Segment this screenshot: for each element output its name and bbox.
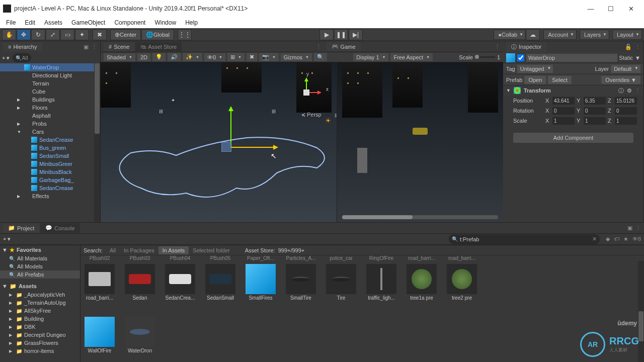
asset-item[interactable]: WaterDron bbox=[124, 317, 156, 353]
scl-y-field[interactable]: 1 bbox=[584, 117, 606, 125]
hierarchy-item[interactable]: SedanCrease› bbox=[0, 184, 100, 192]
grid-dropdown[interactable]: ⊞ bbox=[227, 53, 245, 61]
popout-icon[interactable]: ▣ bbox=[627, 225, 632, 231]
assets-header[interactable]: ▼📁Assets bbox=[0, 282, 80, 291]
expand-icon[interactable]: ▶ bbox=[9, 317, 14, 321]
layout-dropdown[interactable]: Layout bbox=[612, 30, 642, 40]
game-scrollbar[interactable] bbox=[342, 215, 498, 219]
menu-gameobject[interactable]: GameObject bbox=[67, 18, 109, 27]
expand-icon[interactable]: ▶ bbox=[9, 349, 14, 353]
layers-dropdown[interactable]: Layers bbox=[580, 30, 609, 40]
expand-icon[interactable]: ▶ bbox=[9, 309, 14, 313]
expand-icon[interactable]: ▶ bbox=[9, 341, 14, 345]
pos-x-field[interactable]: 43.641 bbox=[552, 97, 575, 105]
persp-label[interactable]: ≼ Persp bbox=[301, 112, 321, 118]
hierarchy-item[interactable]: MinibusGreer› bbox=[0, 160, 100, 168]
favorite-item[interactable]: 🔍All Models bbox=[0, 262, 80, 270]
pos-z-field[interactable]: 15.0126 bbox=[615, 97, 637, 105]
move-plane-handle[interactable] bbox=[221, 142, 231, 152]
scrollbar-thumb[interactable] bbox=[95, 63, 100, 134]
asset-item[interactable]: SmallFires bbox=[245, 264, 277, 301]
close-button[interactable]: ✕ bbox=[621, 3, 641, 15]
hierarchy-item[interactable]: WaterDrop bbox=[0, 63, 100, 71]
asset-item[interactable]: WallOfFire bbox=[84, 317, 116, 353]
hierarchy-item[interactable]: ▶Floors bbox=[0, 104, 100, 112]
menu-assets[interactable]: Assets bbox=[40, 18, 66, 27]
filter-button[interactable]: In Assets bbox=[158, 246, 189, 254]
move-x-handle[interactable] bbox=[231, 147, 277, 148]
prefab-open-button[interactable]: Open bbox=[524, 76, 546, 84]
hierarchy-item[interactable]: ▶Probs bbox=[0, 120, 100, 128]
hierarchy-item[interactable]: ▶Buildings bbox=[0, 96, 100, 104]
hierarchy-item[interactable]: ▼Cars bbox=[0, 128, 100, 136]
hand-tool-button[interactable]: ✋ bbox=[2, 29, 16, 40]
create-button[interactable]: + ▾ bbox=[3, 236, 11, 242]
favorites-header[interactable]: ▼★Favorites bbox=[0, 245, 80, 254]
folder-item[interactable]: ▶📁Building bbox=[0, 315, 80, 323]
hierarchy-item[interactable]: Terrain bbox=[0, 79, 100, 87]
scl-x-field[interactable]: 1 bbox=[552, 117, 575, 125]
expand-icon[interactable]: ▶ bbox=[17, 122, 22, 126]
grid-scrollbar[interactable] bbox=[638, 261, 644, 362]
help-icon[interactable]: ⓘ bbox=[618, 87, 624, 95]
favorite-item[interactable]: 🔍All Materials bbox=[0, 254, 80, 262]
hierarchy-item[interactable]: Bus_green› bbox=[0, 144, 100, 152]
transform-tool-button[interactable]: ✦ bbox=[75, 29, 89, 40]
hierarchy-item[interactable]: Asphalt bbox=[0, 112, 100, 120]
rot-y-field[interactable]: 0 bbox=[584, 107, 606, 115]
expand-icon[interactable]: ▶ bbox=[9, 333, 14, 337]
account-dropdown[interactable]: Account bbox=[543, 30, 577, 40]
snap-button[interactable]: ⋮⋮ bbox=[178, 29, 192, 40]
asset-store-count[interactable]: 999+/999+ bbox=[278, 247, 305, 253]
hierarchy-item[interactable]: SedanSmall bbox=[0, 152, 100, 160]
object-name-field[interactable]: WaterDrop bbox=[526, 54, 617, 62]
filter-button[interactable]: All bbox=[106, 246, 120, 254]
shading-dropdown[interactable]: Shaded bbox=[104, 53, 135, 61]
hierarchy-item[interactable]: Directional Light bbox=[0, 71, 100, 79]
aspect-dropdown[interactable]: Free Aspect bbox=[390, 53, 433, 61]
scene-view[interactable]: y x ≼ Persp ☀ ⊞ ✦ ⊞ ⊞ ↖ bbox=[101, 62, 337, 222]
filter-by-type-icon[interactable]: ◆ bbox=[606, 236, 610, 242]
hierarchy-search[interactable]: 🔍 All bbox=[13, 53, 31, 62]
fx-dropdown[interactable]: ✨ bbox=[183, 53, 202, 61]
maximize-button[interactable]: ☐ bbox=[601, 3, 621, 15]
popout-icon[interactable]: ▣ bbox=[84, 44, 89, 50]
pause-button[interactable]: ❚❚ bbox=[334, 29, 348, 40]
hierarchy-item[interactable]: GarbageBag_› bbox=[0, 176, 100, 184]
asset-item[interactable]: SedanSmall bbox=[204, 264, 236, 301]
folder-item[interactable]: ▶📁DBK bbox=[0, 323, 80, 331]
audio-toggle[interactable]: 🔊 bbox=[168, 53, 181, 61]
camera-dropdown[interactable]: 📷 bbox=[259, 53, 279, 61]
kebab-icon[interactable]: ⋮ bbox=[635, 225, 641, 231]
expand-icon[interactable]: ▶ bbox=[17, 98, 22, 102]
console-tab[interactable]: 💬 Console bbox=[40, 223, 79, 233]
expand-icon[interactable]: ▶ bbox=[17, 194, 22, 199]
folder-item[interactable]: ▶📁_TerrainAutoUpg bbox=[0, 299, 80, 307]
display-dropdown[interactable]: Display 1 bbox=[353, 53, 388, 61]
collab-dropdown[interactable]: ● Collab bbox=[494, 30, 526, 40]
scale-slider[interactable] bbox=[475, 56, 495, 58]
inspector-tab[interactable]: ⓘ Inspector bbox=[506, 42, 546, 52]
asset-item[interactable]: traffic_ligh... bbox=[365, 264, 397, 301]
hierarchy-tab[interactable]: ≡ Hierarchy bbox=[3, 42, 42, 51]
active-checkbox[interactable] bbox=[517, 54, 524, 61]
step-button[interactable]: ▶| bbox=[349, 29, 363, 40]
folder-item[interactable]: ▶📁GrassFlowers bbox=[0, 339, 80, 347]
asset-item[interactable]: Tire bbox=[325, 264, 357, 301]
rect-tool-button[interactable]: ▭ bbox=[60, 29, 74, 40]
asset-item[interactable]: SedanCrea... bbox=[164, 264, 196, 301]
prefab-overrides-dropdown[interactable]: Overrides ▼ bbox=[601, 76, 640, 84]
asset-item[interactable]: tree2 pre bbox=[446, 264, 478, 301]
pos-y-field[interactable]: 6.35 bbox=[584, 97, 606, 105]
tools-button[interactable]: ✖ bbox=[247, 53, 257, 61]
expand-icon[interactable]: ▶ bbox=[9, 293, 14, 297]
menu-file[interactable]: File bbox=[2, 18, 20, 27]
light-toggle[interactable]: 💡 bbox=[152, 53, 166, 61]
custom-tool-button[interactable]: ✖ bbox=[93, 29, 107, 40]
hierarchy-scrollbar[interactable] bbox=[94, 63, 100, 222]
add-component-button[interactable]: Add Component bbox=[513, 133, 633, 143]
play-button[interactable]: ▶ bbox=[319, 29, 334, 40]
cloud-button[interactable]: ☁ bbox=[526, 29, 540, 40]
create-button[interactable]: + ▾ bbox=[2, 55, 10, 61]
rot-z-field[interactable]: 0 bbox=[615, 107, 637, 115]
